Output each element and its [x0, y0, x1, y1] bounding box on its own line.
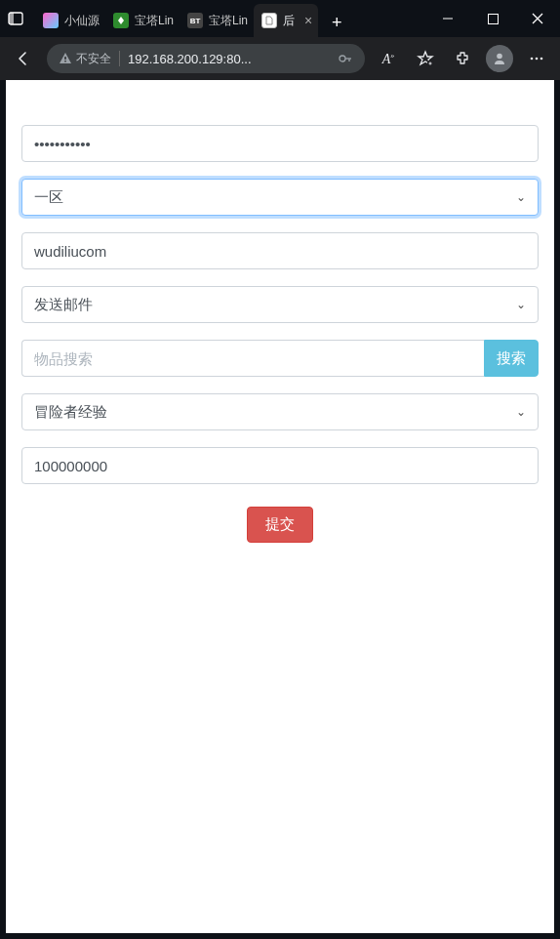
url-text: 192.168.200.129:80...	[128, 52, 330, 66]
svg-point-16	[540, 58, 543, 61]
username-field[interactable]	[21, 232, 539, 269]
tab-baota2[interactable]: BT 宝塔Lin	[180, 4, 254, 37]
warning-icon	[59, 52, 72, 65]
security-indicator[interactable]: 不安全	[59, 51, 111, 67]
chevron-down-icon: ⌄	[516, 403, 526, 421]
window-controls	[425, 0, 560, 37]
read-aloud-button[interactable]: A»	[375, 45, 402, 72]
plus-icon: +	[332, 13, 342, 33]
tab-overview-icon[interactable]	[0, 11, 31, 26]
tab-title: 后	[283, 13, 295, 29]
favorite-button[interactable]	[412, 45, 439, 72]
back-button[interactable]	[10, 45, 37, 72]
favicon-xiaoxian-icon	[43, 13, 59, 28]
region-selected-value: 一区	[34, 186, 63, 209]
svg-point-13	[497, 54, 502, 60]
svg-rect-1	[9, 13, 14, 24]
page-viewport: 一区 ⌄ 发送邮件 ⌄ 搜索 冒险者经验 ⌄ 提交	[6, 80, 554, 933]
profile-button[interactable]	[486, 45, 513, 72]
titlebar: 小仙源 宝塔Lin BT 宝塔Lin 后 × +	[0, 0, 560, 37]
tabs: 小仙源 宝塔Lin BT 宝塔Lin 后 × +	[35, 0, 351, 37]
square-icon	[488, 14, 499, 24]
item-search-group: 搜索	[21, 340, 539, 377]
separator	[119, 51, 120, 66]
minimize-button[interactable]	[425, 0, 470, 37]
close-window-button[interactable]	[515, 0, 560, 37]
category-selected-value: 冒险者经验	[34, 401, 107, 424]
menu-button[interactable]	[523, 45, 550, 72]
main-form: 一区 ⌄ 发送邮件 ⌄ 搜索 冒险者经验 ⌄ 提交	[21, 125, 539, 543]
item-search-input[interactable]	[21, 340, 484, 377]
region-select[interactable]: 一区 ⌄	[21, 179, 539, 216]
category-select[interactable]: 冒险者经验 ⌄	[21, 393, 539, 430]
password-field[interactable]	[21, 125, 539, 162]
action-selected-value: 发送邮件	[34, 294, 93, 316]
svg-rect-5	[64, 57, 65, 60]
submit-button[interactable]: 提交	[247, 507, 313, 543]
favicon-baota2-icon: BT	[187, 13, 203, 28]
tab-backend[interactable]: 后 ×	[254, 4, 318, 37]
close-icon[interactable]: ×	[300, 13, 312, 28]
svg-point-14	[531, 58, 534, 61]
chevron-down-icon: ⌄	[516, 188, 526, 206]
extensions-button[interactable]	[449, 45, 476, 72]
amount-field[interactable]	[21, 447, 539, 484]
url-box[interactable]: 不安全 192.168.200.129:80...	[47, 44, 365, 73]
not-secure-label: 不安全	[76, 51, 111, 67]
key-icon[interactable]	[338, 51, 353, 66]
new-tab-button[interactable]: +	[322, 8, 351, 37]
tab-xiaoxian[interactable]: 小仙源	[35, 4, 105, 37]
search-button[interactable]: 搜索	[484, 340, 539, 377]
svg-point-15	[536, 58, 539, 61]
avatar-icon	[492, 51, 507, 66]
maximize-button[interactable]	[470, 0, 515, 37]
favicon-baota1-icon	[113, 13, 129, 28]
address-bar: 不安全 192.168.200.129:80... A»	[0, 37, 560, 80]
svg-point-7	[340, 56, 345, 61]
tab-baota1[interactable]: 宝塔Lin	[105, 4, 180, 37]
submit-wrap: 提交	[21, 507, 539, 543]
svg-rect-6	[64, 61, 65, 61]
tab-title: 宝塔Lin	[209, 13, 248, 29]
favicon-page-icon	[261, 13, 277, 28]
chevron-down-icon: ⌄	[516, 296, 526, 313]
tab-title: 宝塔Lin	[135, 13, 174, 29]
action-select[interactable]: 发送邮件 ⌄	[21, 286, 539, 323]
tab-title: 小仙源	[64, 13, 100, 29]
